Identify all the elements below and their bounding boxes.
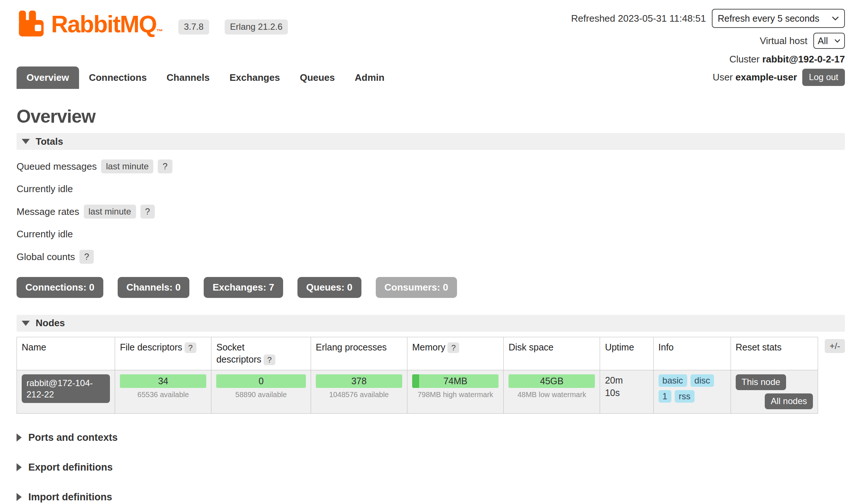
col-name: Name	[17, 337, 115, 370]
global-counts-row: Global counts ?	[17, 250, 845, 264]
virtual-host-select[interactable]: All	[813, 33, 845, 49]
totals-section-header[interactable]: Totals	[17, 133, 845, 150]
page-title: Overview	[17, 106, 845, 127]
memory-meter: 74MB	[412, 374, 499, 388]
col-socket-descriptors: Socket descriptors?	[211, 337, 311, 370]
main-tabs: Overview Connections Channels Exchanges …	[17, 66, 395, 89]
info-badge-disc: disc	[690, 374, 714, 387]
expand-icon	[17, 493, 22, 501]
tab-queues[interactable]: Queues	[290, 66, 345, 89]
memory-detail: 798MB high watermark	[412, 390, 499, 399]
global-count-badges: Connections: 0 Channels: 0 Exchanges: 7 …	[17, 277, 845, 298]
connections-count-badge: Connections: 0	[17, 277, 103, 298]
info-cell: basicdisc1rss	[653, 370, 731, 414]
queued-messages-label: Queued messages	[17, 161, 97, 172]
sd-detail: 58890 available	[216, 390, 306, 399]
nodes-section-header[interactable]: Nodes	[17, 315, 845, 332]
refresh-interval-select[interactable]: Refresh every 5 seconds	[712, 9, 845, 28]
queued-help-icon[interactable]: ?	[158, 159, 172, 173]
collapse-icon	[22, 139, 30, 144]
rates-window-chip[interactable]: last minute	[84, 205, 136, 219]
memory-help-icon[interactable]: ?	[447, 342, 459, 353]
trademark-symbol: ™	[156, 28, 163, 35]
erlang-processes-cell: 378 1048576 available	[311, 370, 407, 414]
reset-all-nodes-button[interactable]: All nodes	[765, 393, 813, 409]
info-badge-1: 1	[659, 390, 671, 403]
tab-channels[interactable]: Channels	[157, 66, 220, 89]
fd-help-icon[interactable]: ?	[185, 342, 196, 353]
logout-button[interactable]: Log out	[802, 69, 845, 86]
col-uptime: Uptime	[600, 337, 653, 370]
collapse-icon	[22, 321, 30, 326]
disk-detail: 48MB low watermark	[508, 390, 595, 399]
fd-detail: 65536 available	[120, 390, 206, 399]
expand-icon	[17, 433, 22, 442]
node-name-cell: rabbit@172-104-212-22	[17, 370, 115, 414]
erlang-meter: 378	[316, 374, 402, 388]
message-rates-row: Message rates last minute ?	[17, 205, 845, 219]
top-bar: RabbitMQ™ 3.7.8 Erlang 21.2.6 Refreshed …	[17, 9, 845, 65]
disk-meter: 45GB	[508, 374, 595, 388]
queues-count-badge: Queues: 0	[297, 277, 361, 298]
rates-help-icon[interactable]: ?	[140, 205, 155, 219]
uptime-sub: 10s	[605, 387, 648, 399]
brand-wordmark: RabbitMQ™	[51, 12, 163, 38]
uptime-main: 20m	[605, 374, 648, 387]
chevron-down-icon	[834, 39, 840, 43]
tab-overview[interactable]: Overview	[17, 66, 79, 89]
info-badge-rss: rss	[675, 390, 695, 403]
nodes-table: Name File descriptors? Socket descriptor…	[17, 337, 818, 414]
erlang-detail: 1048576 available	[316, 390, 402, 399]
col-disk-space: Disk space	[504, 337, 600, 370]
nodes-table-wrap: Name File descriptors? Socket descriptor…	[17, 337, 845, 414]
tab-exchanges[interactable]: Exchanges	[220, 66, 290, 89]
nav-row: Overview Connections Channels Exchanges …	[17, 66, 845, 89]
chevron-down-icon	[832, 16, 839, 21]
reset-stats-cell: This node All nodes	[731, 370, 818, 414]
memory-cell: 74MB 798MB high watermark	[407, 370, 503, 414]
user-area: User example-user Log out	[713, 69, 845, 89]
disk-space-cell: 45GB 48MB low watermark	[504, 370, 600, 414]
global-counts-help-icon[interactable]: ?	[79, 250, 94, 264]
rates-status: Currently idle	[17, 228, 845, 240]
col-reset-stats: Reset stats	[731, 337, 818, 370]
col-info: Info	[653, 337, 731, 370]
import-definitions-section[interactable]: Import definitions	[17, 492, 845, 503]
queued-messages-row: Queued messages last minute ?	[17, 159, 845, 173]
node-row: rabbit@172-104-212-22 34 65536 available…	[17, 370, 818, 414]
erlang-version-badge: Erlang 21.2.6	[225, 19, 288, 35]
socket-descriptors-cell: 0 58890 available	[211, 370, 311, 414]
memory-used-fill	[412, 374, 419, 388]
col-erlang-processes: Erlang processes	[311, 337, 407, 370]
refreshed-timestamp: Refreshed 2023-05-31 11:48:51	[571, 13, 706, 24]
status-area: Refreshed 2023-05-31 11:48:51 Refresh ev…	[571, 9, 845, 65]
export-definitions-section[interactable]: Export definitions	[17, 462, 845, 473]
fd-meter: 34	[120, 374, 206, 388]
col-memory: Memory?	[407, 337, 503, 370]
queued-window-chip[interactable]: last minute	[101, 159, 153, 173]
queued-status: Currently idle	[17, 183, 845, 195]
cluster-name: Cluster rabbit@192-0-2-17	[729, 54, 845, 65]
node-name-badge[interactable]: rabbit@172-104-212-22	[22, 374, 110, 403]
version-badge: 3.7.8	[178, 19, 209, 35]
file-descriptors-cell: 34 65536 available	[115, 370, 211, 414]
rabbitmq-logo-icon	[17, 9, 46, 38]
expand-icon	[17, 463, 22, 471]
uptime-cell: 20m 10s	[600, 370, 653, 414]
sd-meter: 0	[216, 374, 306, 388]
message-rates-label: Message rates	[17, 206, 79, 217]
tab-connections[interactable]: Connections	[79, 66, 157, 89]
reset-this-node-button[interactable]: This node	[736, 374, 786, 390]
tab-admin[interactable]: Admin	[345, 66, 395, 89]
exchanges-count-badge: Exchanges: 7	[204, 277, 283, 298]
sd-help-icon[interactable]: ?	[264, 354, 275, 365]
consumers-count-badge: Consumers: 0	[376, 277, 457, 298]
table-header-row: Name File descriptors? Socket descriptor…	[17, 337, 818, 370]
page: RabbitMQ™ 3.7.8 Erlang 21.2.6 Refreshed …	[0, 0, 853, 504]
user-name: User example-user	[713, 72, 797, 83]
ports-and-contexts-section[interactable]: Ports and contexts	[17, 432, 845, 443]
brand[interactable]: RabbitMQ™ 3.7.8 Erlang 21.2.6	[17, 9, 288, 38]
info-badge-basic: basic	[659, 374, 687, 387]
channels-count-badge: Channels: 0	[118, 277, 189, 298]
column-toggle-button[interactable]: +/-	[825, 339, 845, 353]
